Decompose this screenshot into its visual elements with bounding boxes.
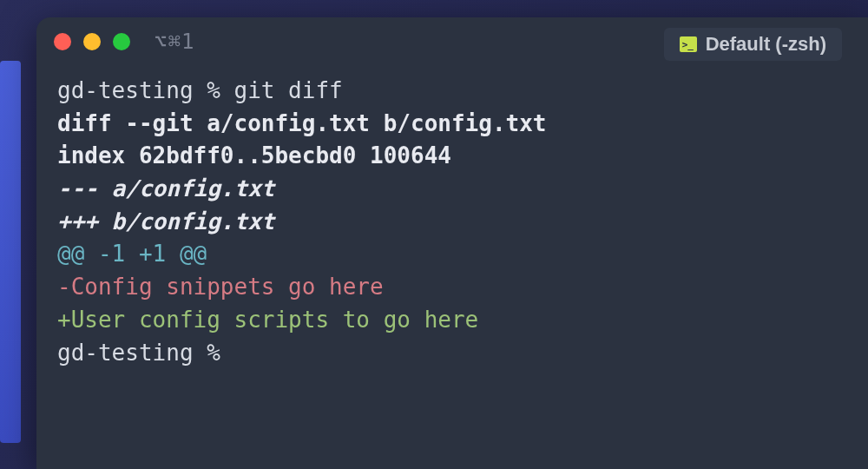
shell-prompt: gd-testing % <box>57 77 234 103</box>
terminal-line: gd-testing % <box>57 337 847 370</box>
terminal-line: --- a/config.txt <box>57 173 847 206</box>
terminal-icon: >_ <box>680 36 697 52</box>
minimize-button[interactable] <box>83 33 101 50</box>
terminal-line: @@ -1 +1 @@ <box>57 238 847 271</box>
desktop-bg-accent <box>0 61 21 443</box>
terminal-line: index 62bdff0..5becbd0 100644 <box>57 140 847 173</box>
tab-label: Default (-zsh) <box>706 33 826 56</box>
terminal-line: +++ b/config.txt <box>57 206 847 239</box>
zoom-button[interactable] <box>113 33 130 50</box>
shell-prompt: gd-testing % <box>57 340 234 366</box>
terminal-content[interactable]: gd-testing % git diffdiff --git a/config… <box>36 66 868 378</box>
tab-default[interactable]: >_ Default (-zsh) <box>664 28 842 61</box>
terminal-line: +User config scripts to go here <box>57 304 847 337</box>
traffic-lights <box>54 33 130 50</box>
close-button[interactable] <box>54 33 71 50</box>
window-titlebar[interactable]: ⌥⌘1 >_ Default (-zsh) <box>36 17 868 66</box>
terminal-line: -Config snippets go here <box>57 271 847 304</box>
window-shortcut-indicator: ⌥⌘1 <box>155 30 194 54</box>
terminal-line: diff --git a/config.txt b/config.txt <box>57 108 847 141</box>
terminal-window: ⌥⌘1 >_ Default (-zsh) gd-testing % git d… <box>36 17 868 469</box>
terminal-icon-glyph: >_ <box>682 40 694 50</box>
shell-command: git diff <box>234 77 343 103</box>
terminal-line: gd-testing % git diff <box>57 75 847 108</box>
